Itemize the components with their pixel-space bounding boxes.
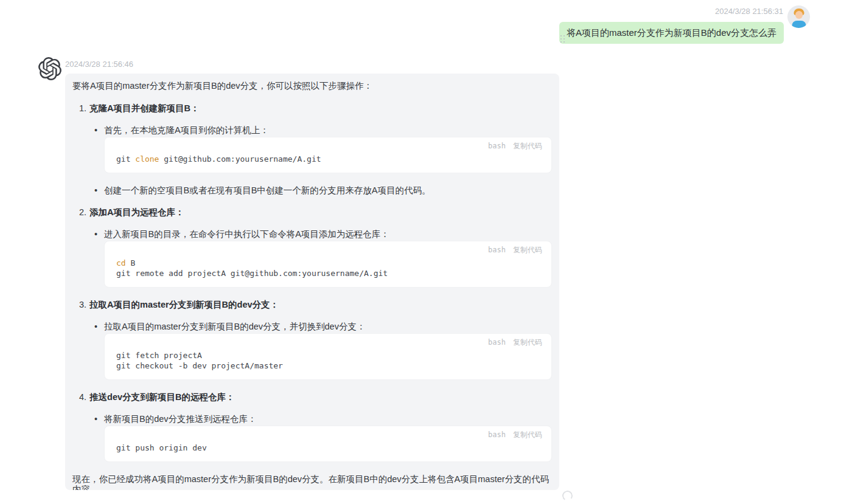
steps-list: 1.克隆A项目并创建新项目B：首先，在本地克隆A项目到你的计算机上：bash复制…	[72, 103, 552, 462]
copy-code-button[interactable]: 复制代码	[513, 246, 542, 254]
step-item: 3.拉取A项目的master分支到新项目B的dev分支：拉取A项目的master…	[79, 300, 552, 380]
step-body: 拉取A项目的master分支到新项目B的dev分支，并切换到dev分支：bash…	[79, 322, 552, 380]
step-title-text: 拉取A项目的master分支到新项目B的dev分支：	[89, 300, 279, 309]
code-language-label: bash	[488, 338, 506, 347]
assistant-timestamp: 2024/3/28 21:56:46	[65, 60, 133, 69]
copy-code-button[interactable]: 复制代码	[513, 338, 542, 347]
openai-logo-icon	[38, 57, 61, 80]
code-language-label: bash	[488, 430, 506, 439]
bullet-text: 进入新项目B的目录，在命令行中执行以下命令将A项目添加为远程仓库：	[104, 229, 389, 239]
code-block: bash复制代码git push origin dev	[104, 426, 552, 462]
code-language-label: bash	[488, 246, 506, 254]
code-token: B	[126, 258, 136, 268]
code-block-header: bash复制代码	[116, 141, 542, 150]
code-token: git remote add projectA git@github.com:y…	[116, 269, 388, 278]
step-number: 4.	[79, 392, 86, 402]
code-token: git	[116, 154, 135, 164]
user-message-bubble: 将A项目的master分支作为新项目B的dev分支怎么弄	[559, 22, 784, 44]
code-language-label: bash	[488, 142, 506, 150]
code-token: git fetch projectA	[116, 351, 202, 360]
step-title-row: 2.添加A项目为远程仓库：	[79, 207, 552, 218]
code-token: git@github.com:yourusername/A.git	[159, 154, 321, 164]
bullet-item: 首先，在本地克隆A项目到你的计算机上：	[104, 125, 552, 136]
code-block-header: bash复制代码	[116, 430, 542, 439]
bullet-item: 进入新项目B的目录，在命令行中执行以下命令将A项目添加为远程仓库：	[104, 229, 552, 240]
step-title-row: 4.推送dev分支到新项目B的远程仓库：	[79, 392, 552, 402]
loading-spinner-icon	[562, 490, 574, 502]
step-body: 进入新项目B的目录，在命令行中执行以下命令将A项目添加为远程仓库：bash复制代…	[79, 229, 552, 288]
bullet-text: 将新项目B的dev分支推送到远程仓库：	[104, 414, 257, 424]
step-title-row: 3.拉取A项目的master分支到新项目B的dev分支：	[79, 300, 552, 310]
chat-page: 2024/3/28 21:56:31 将A项目的master分支作为新项目B的d…	[0, 0, 841, 504]
code-keyword-token: clone	[135, 154, 159, 164]
assistant-message-box: 要将A项目的master分支作为新项目B的dev分支，你可以按照以下步骤操作： …	[65, 74, 559, 490]
step-item: 4.推送dev分支到新项目B的远程仓库：将新项目B的dev分支推送到远程仓库：b…	[79, 392, 552, 462]
code-content: cd B git remote add projectA git@github.…	[116, 258, 542, 278]
bullet-text: 创建一个新的空项目B或者在现有项目B中创建一个新的分支用来存放A项目的代码。	[104, 185, 431, 195]
step-title-text: 克隆A项目并创建新项目B：	[89, 103, 199, 113]
step-number: 2.	[79, 207, 86, 217]
bullet-text: 拉取A项目的master分支到新项目B的dev分支，并切换到dev分支：	[104, 322, 365, 331]
avatar-face	[795, 11, 803, 19]
code-block: bash复制代码cd B git remote add projectA git…	[104, 241, 552, 288]
copy-code-button[interactable]: 复制代码	[513, 430, 542, 439]
user-timestamp: 2024/3/28 21:56:31	[715, 7, 783, 16]
code-token: git checkout -b dev projectA/master	[116, 361, 283, 370]
code-keyword-token: cd	[116, 258, 126, 268]
bullet-text: 首先，在本地克隆A项目到你的计算机上：	[104, 125, 269, 135]
code-content: git push origin dev	[116, 443, 542, 453]
bullet-item: 创建一个新的空项目B或者在现有项目B中创建一个新的分支用来存放A项目的代码。	[104, 185, 552, 196]
step-title-text: 推送dev分支到新项目B的远程仓库：	[89, 392, 234, 402]
code-content: git clone git@github.com:yourusername/A.…	[116, 154, 542, 164]
avatar-body	[792, 21, 806, 28]
step-title-text: 添加A项目为远程仓库：	[89, 207, 184, 217]
code-block: bash复制代码git clone git@github.com:youruse…	[104, 137, 552, 173]
step-body: 将新项目B的dev分支推送到远程仓库：bash复制代码git push orig…	[79, 414, 552, 462]
code-block-header: bash复制代码	[116, 245, 542, 254]
code-content: git fetch projectA git checkout -b dev p…	[116, 350, 542, 371]
bullet-item: 将新项目B的dev分支推送到远程仓库：	[104, 414, 552, 424]
assistant-outro-text: 现在，你已经成功将A项目的master分支作为新项目B的dev分支。在新项目B中…	[72, 474, 552, 485]
assistant-intro-text: 要将A项目的master分支作为新项目B的dev分支，你可以按照以下步骤操作：	[72, 81, 552, 91]
user-avatar[interactable]	[787, 5, 810, 28]
copy-code-button[interactable]: 复制代码	[513, 142, 542, 150]
more-options-icon[interactable]	[560, 35, 565, 43]
step-item: 1.克隆A项目并创建新项目B：首先，在本地克隆A项目到你的计算机上：bash复制…	[79, 103, 552, 196]
bullet-item: 拉取A项目的master分支到新项目B的dev分支，并切换到dev分支：	[104, 322, 552, 332]
step-title-row: 1.克隆A项目并创建新项目B：	[79, 103, 552, 114]
code-token: git push origin dev	[116, 443, 207, 452]
code-block-header: bash复制代码	[116, 337, 542, 347]
code-block: bash复制代码git fetch projectA git checkout …	[104, 333, 552, 380]
step-item: 2.添加A项目为远程仓库：进入新项目B的目录，在命令行中执行以下命令将A项目添加…	[79, 207, 552, 288]
step-body: 首先，在本地克隆A项目到你的计算机上：bash复制代码git clone git…	[79, 125, 552, 196]
step-number: 3.	[79, 300, 86, 309]
step-number: 1.	[79, 103, 86, 113]
